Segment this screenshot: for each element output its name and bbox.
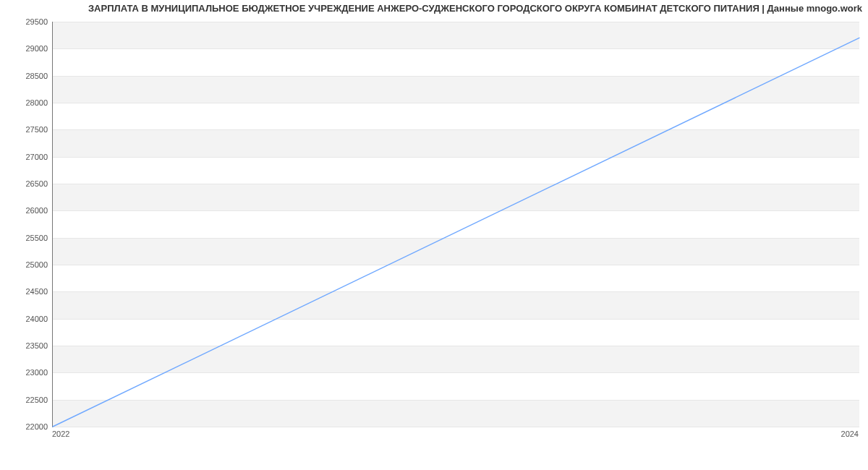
line-series: [53, 22, 859, 427]
plot-area: [52, 22, 859, 427]
chart-title: ЗАРПЛАТА В МУНИЦИПАЛЬНОЕ БЮДЖЕТНОЕ УЧРЕЖ…: [0, 3, 862, 14]
y-tick-label: 29000: [4, 44, 48, 53]
y-tick-label: 25500: [4, 234, 48, 242]
y-tick-label: 25000: [4, 260, 48, 269]
y-tick-label: 26500: [4, 179, 48, 188]
chart-container: ЗАРПЛАТА В МУНИЦИПАЛЬНОЕ БЮДЖЕТНОЕ УЧРЕЖ…: [0, 0, 868, 470]
y-tick-label: 28000: [4, 98, 48, 107]
y-tick-label: 22500: [4, 396, 48, 404]
y-tick-label: 22000: [4, 422, 48, 431]
y-tick-label: 23000: [4, 368, 48, 377]
y-tick-label: 24500: [4, 287, 48, 296]
y-tick-label: 27000: [4, 153, 48, 161]
y-tick-label: 27500: [4, 125, 48, 134]
y-tick-label: 28500: [4, 72, 48, 80]
y-tick-label: 26000: [4, 206, 48, 215]
x-tick-label: 2022: [52, 430, 69, 438]
y-tick-label: 29500: [4, 17, 48, 26]
x-tick-label: 2024: [841, 430, 859, 438]
y-tick-label: 24000: [4, 315, 48, 323]
y-tick-label: 23500: [4, 341, 48, 350]
gridline: [53, 427, 859, 427]
